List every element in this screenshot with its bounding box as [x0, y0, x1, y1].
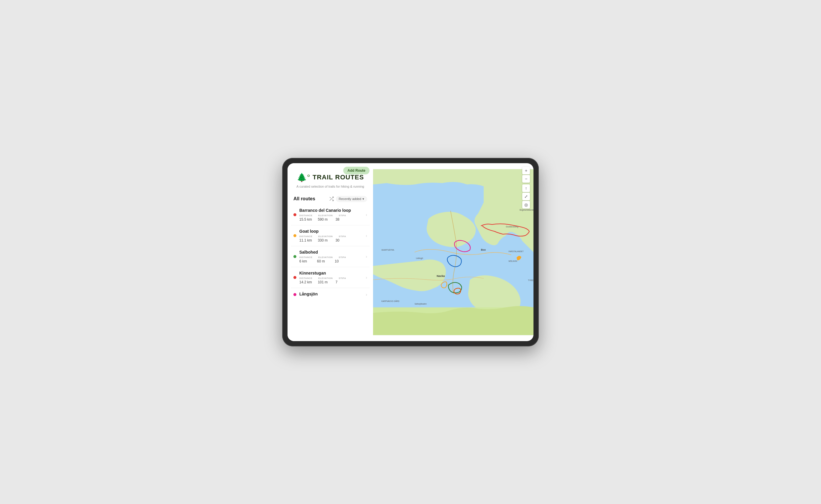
route-info-4: Kinnerstugan DISTANCE ELEVATION STIFA 14… — [299, 271, 366, 284]
route-stats-labels-1: DISTANCE ELEVATION STIFA — [299, 214, 366, 217]
svg-text:Bogesundslandet: Bogesundslandet — [520, 209, 533, 211]
route-stats-values-4: 14.2 km 101 m 7 — [299, 280, 366, 284]
route-name-5: Långsjön — [299, 292, 366, 296]
routes-header: All routes Recently added ▾ — [288, 193, 373, 204]
zoom-out-button[interactable]: − — [522, 175, 530, 183]
compass-button[interactable]: ↑ — [522, 184, 530, 192]
route-stats-values-3: 6 km 60 m 10 — [299, 259, 366, 263]
route-dot-3 — [294, 255, 296, 258]
route-item-5[interactable]: Långsjön › — [291, 288, 370, 301]
svg-text:MÖLNVIK: MÖLNVIK — [509, 260, 517, 262]
sort-button[interactable]: Recently added ▾ — [336, 196, 367, 202]
chevron-right-icon-4: › — [366, 275, 367, 280]
map-svg: Boo Nacka Lidingö Gustavsberg MÖLNVIK FA… — [373, 163, 533, 341]
svg-text:SKARTSÄTRA: SKARTSÄTRA — [381, 249, 394, 251]
route-stats-values-1: 15.5 km 590 m 38 — [299, 217, 366, 222]
location-button[interactable]: ◎ — [522, 201, 530, 209]
route-dot-1 — [294, 213, 296, 216]
route-item[interactable]: Barranco del Canario loop DISTANCE ELEVA… — [291, 204, 370, 225]
zoom-in-button[interactable]: + — [522, 167, 530, 174]
route-item-4[interactable]: Kinnerstugan DISTANCE ELEVATION STIFA 14… — [291, 267, 370, 288]
app-subtitle: A curated selection of trails for hiking… — [294, 185, 367, 188]
route-info-2: Goat loop DISTANCE ELEVATION STIFA 11.1 … — [299, 229, 366, 242]
route-stats-labels-3: DISTANCE ELEVATION STIFA — [299, 256, 366, 259]
routes-list: Barranco del Canario loop DISTANCE ELEVA… — [288, 204, 373, 341]
fullscreen-button[interactable]: ⤢ — [522, 193, 530, 200]
tree-icon: 🌲° — [297, 173, 310, 182]
svg-text:Saltssjöbaden: Saltssjöbaden — [415, 303, 427, 305]
tablet-screen: Add Route 🌲° TRAIL ROUTES A curated sele… — [288, 163, 533, 341]
route-info-1: Barranco del Canario loop DISTANCE ELEVA… — [299, 208, 366, 222]
svg-text:TYRESÖ STRAND: TYRESÖ STRAND — [528, 279, 533, 281]
route-name-2: Goat loop — [299, 229, 366, 234]
route-name-4: Kinnerstugan — [299, 271, 366, 275]
shuffle-icon[interactable] — [329, 196, 334, 201]
chevron-right-icon-1: › — [366, 212, 367, 217]
route-item-2[interactable]: Goat loop DISTANCE ELEVATION STIFA 11.1 … — [291, 225, 370, 246]
chevron-right-icon-3: › — [366, 254, 367, 259]
svg-text:KARPNÄCKS GÅRD: KARPNÄCKS GÅRD — [381, 300, 399, 302]
tablet-frame: Add Route 🌲° TRAIL ROUTES A curated sele… — [282, 158, 539, 346]
svg-text:Lidingö: Lidingö — [416, 257, 423, 260]
svg-text:FARSTALANDET: FARSTALANDET — [509, 250, 524, 252]
map-area[interactable]: Boo Nacka Lidingö Gustavsberg MÖLNVIK FA… — [373, 163, 533, 341]
route-stats-labels-2: DISTANCE ELEVATION STIFA — [299, 235, 366, 238]
route-stats-labels-4: DISTANCE ELEVATION STIFA — [299, 277, 366, 280]
app-title: TRAIL ROUTES — [313, 173, 364, 181]
route-name-1: Barranco del Canario loop — [299, 208, 366, 213]
left-panel: Add Route 🌲° TRAIL ROUTES A curated sele… — [288, 163, 373, 341]
svg-text:Boo: Boo — [481, 248, 486, 251]
header-section: 🌲° TRAIL ROUTES A curated selection of t… — [288, 163, 373, 193]
route-stats-values-2: 11.1 km 330 m 30 — [299, 238, 366, 242]
sort-controls: Recently added ▾ — [329, 196, 367, 202]
route-dot-4 — [294, 276, 296, 279]
map-controls: + − ↑ ⤢ ◎ — [522, 167, 530, 209]
route-dot-2 — [294, 234, 296, 237]
route-info-5: Långsjön — [299, 292, 366, 298]
route-item-3[interactable]: Salbohed DISTANCE ELEVATION STIFA 6 km 6… — [291, 246, 370, 267]
chevron-right-icon-2: › — [366, 233, 367, 238]
logo-area: 🌲° TRAIL ROUTES — [294, 173, 367, 182]
all-routes-label: All routes — [294, 196, 315, 201]
route-dot-5 — [294, 293, 296, 296]
svg-text:Nacka: Nacka — [437, 275, 445, 277]
route-name-3: Salbohed — [299, 250, 366, 255]
chevron-right-icon-5: › — [366, 292, 367, 297]
route-info-3: Salbohed DISTANCE ELEVATION STIFA 6 km 6… — [299, 250, 366, 263]
